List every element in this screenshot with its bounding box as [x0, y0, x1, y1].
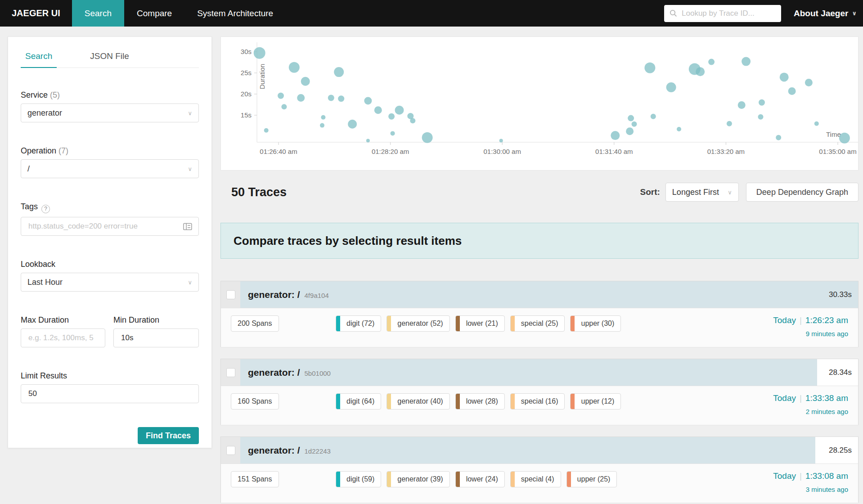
tag-pill[interactable]: generator (40) [387, 393, 449, 410]
scatter-point[interactable] [727, 121, 732, 126]
scatter-point[interactable] [410, 118, 415, 123]
scatter-point[interactable] [839, 133, 850, 144]
tab-json-file[interactable]: JSON File [87, 51, 132, 68]
operation-select[interactable]: / ∨ [21, 159, 199, 178]
trace-time-link[interactable]: 1:33:08 am [805, 471, 848, 481]
tag-pill[interactable]: special (16) [510, 393, 565, 410]
tag-pill[interactable]: digit (64) [336, 393, 381, 410]
trace-day-link[interactable]: Today [773, 471, 796, 481]
scatter-point[interactable] [814, 122, 819, 126]
scatter-point[interactable] [805, 79, 813, 86]
scatter-point[interactable] [666, 82, 676, 92]
scatter-point[interactable] [374, 106, 382, 114]
scatter-point[interactable] [499, 139, 503, 142]
limit-results-input[interactable] [27, 389, 192, 399]
tag-pill[interactable]: lower (21) [455, 315, 505, 332]
span-count-button[interactable]: 160 Spans [231, 393, 279, 410]
trace-time-link[interactable]: 1:26:23 am [805, 315, 848, 325]
scatter-point[interactable] [328, 95, 334, 101]
scatter-point[interactable] [626, 127, 634, 135]
trace-time-link[interactable]: 1:33:38 am [805, 393, 848, 403]
about-jaeger-menu[interactable]: About Jaeger ∨ [794, 9, 857, 18]
scatter-point[interactable] [301, 77, 310, 86]
trace-day-link[interactable]: Today [773, 393, 796, 403]
find-traces-button[interactable]: Find Traces [138, 427, 199, 444]
scatter-point[interactable] [320, 123, 324, 128]
tag-pill[interactable]: generator (52) [387, 315, 449, 332]
tag-color-stripe [387, 394, 391, 409]
trace-header[interactable]: generator: / 1d22243 28.25s [221, 437, 858, 464]
scatter-point[interactable] [254, 47, 265, 59]
trace-result-card[interactable]: generator: / 4f9a104 30.33s 200 Spans di… [220, 281, 859, 347]
tag-pill[interactable]: lower (24) [455, 471, 505, 487]
trace-day-link[interactable]: Today [773, 315, 796, 325]
scatter-point[interactable] [628, 115, 634, 122]
duration-scatter-plot[interactable]: 30s25s20s15s01:26:40 am01:28:20 am01:30:… [221, 37, 858, 170]
trace-header[interactable]: generator: / 4f9a104 30.33s [221, 281, 858, 308]
scatter-point[interactable] [264, 128, 269, 133]
scatter-point[interactable] [788, 87, 796, 95]
max-duration-input[interactable] [27, 333, 99, 343]
scatter-point[interactable] [738, 101, 746, 109]
scatter-point[interactable] [696, 67, 705, 76]
span-count-button[interactable]: 200 Spans [231, 315, 279, 332]
trace-select-checkbox[interactable] [226, 446, 235, 455]
scatter-point[interactable] [742, 57, 751, 66]
scatter-point[interactable] [611, 131, 620, 140]
tag-pill[interactable]: special (4) [510, 471, 561, 487]
nav-tab-compare[interactable]: Compare [124, 0, 184, 27]
sort-select[interactable]: Longest First ∨ [665, 183, 739, 202]
lookback-select[interactable]: Last Hour ∨ [21, 273, 199, 292]
tag-pill-label: generator (40) [391, 394, 449, 409]
tag-pill[interactable]: upper (25) [566, 471, 617, 487]
scatter-point[interactable] [758, 114, 764, 120]
scatter-point[interactable] [334, 67, 344, 77]
tags-input[interactable] [27, 221, 183, 231]
limit-group: Limit Results [21, 371, 199, 403]
tag-pill[interactable]: lower (28) [455, 393, 505, 410]
trace-result-card[interactable]: generator: / 5b01000 28.34s 160 Spans di… [220, 359, 859, 425]
scatter-point[interactable] [708, 59, 715, 65]
tag-pill[interactable]: digit (59) [336, 471, 381, 487]
scatter-point[interactable] [278, 93, 284, 99]
deep-dependency-graph-button[interactable]: Deep Dependency Graph [746, 183, 859, 202]
scatter-point[interactable] [289, 62, 300, 73]
service-select[interactable]: generator ∨ [21, 104, 199, 122]
scatter-point[interactable] [759, 99, 765, 106]
app-logo[interactable]: JAEGER UI [0, 8, 72, 18]
tag-pill[interactable]: generator (39) [387, 471, 449, 487]
scatter-point[interactable] [281, 104, 287, 109]
nav-tab-search[interactable]: Search [72, 0, 124, 27]
scatter-point[interactable] [644, 63, 655, 73]
scatter-point[interactable] [388, 113, 395, 120]
scatter-point[interactable] [632, 122, 637, 127]
tag-pill[interactable]: upper (30) [570, 315, 621, 332]
scatter-point[interactable] [348, 120, 357, 129]
scatter-point[interactable] [780, 72, 789, 81]
scatter-point[interactable] [651, 114, 656, 119]
scatter-point[interactable] [366, 139, 370, 142]
trace-header[interactable]: generator: / 5b01000 28.34s [221, 359, 858, 386]
tab-search[interactable]: Search [22, 51, 55, 68]
min-duration-input[interactable] [120, 333, 192, 343]
scatter-point[interactable] [338, 95, 344, 102]
scatter-point[interactable] [677, 127, 681, 131]
tag-pill[interactable]: upper (12) [570, 393, 621, 410]
scatter-point[interactable] [321, 115, 325, 120]
tag-pill[interactable]: digit (72) [336, 315, 381, 332]
question-circle-icon[interactable]: ? [41, 205, 50, 213]
scatter-point[interactable] [776, 135, 781, 140]
trace-lookup-input[interactable] [681, 9, 776, 18]
trace-result-card[interactable]: generator: / 1d22243 28.25s 151 Spans di… [220, 436, 859, 503]
trace-select-checkbox[interactable] [226, 368, 235, 377]
scatter-point[interactable] [364, 97, 372, 105]
trace-select-checkbox[interactable] [226, 290, 235, 299]
tags-table-icon[interactable] [183, 223, 192, 230]
scatter-point[interactable] [297, 94, 305, 102]
scatter-point[interactable] [391, 131, 395, 135]
span-count-button[interactable]: 151 Spans [231, 471, 279, 487]
nav-tab-system-architecture[interactable]: System Architecture [184, 0, 286, 27]
scatter-point[interactable] [395, 106, 404, 115]
scatter-point[interactable] [422, 132, 433, 143]
tag-pill[interactable]: special (25) [510, 315, 565, 332]
